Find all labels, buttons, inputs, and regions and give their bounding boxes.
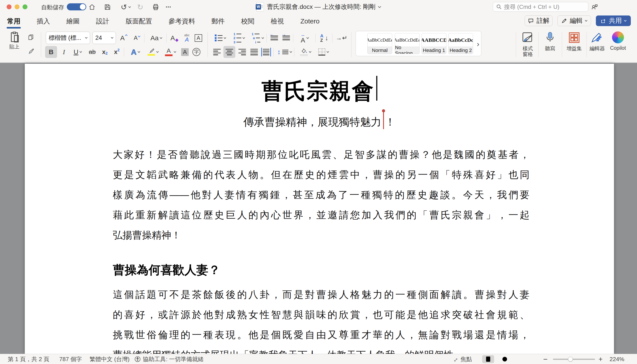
change-case-button[interactable]: Aa [147, 32, 165, 44]
print-icon[interactable] [151, 3, 160, 12]
tab-review[interactable]: 校閱 [241, 14, 255, 29]
multilevel-list-button[interactable]: 1 a i [249, 32, 266, 44]
title-chevron-icon[interactable] [378, 5, 381, 8]
copy-icon[interactable] [26, 33, 36, 42]
style-heading-2[interactable]: AaBbCcDc Heading 2 [448, 33, 473, 54]
section-heading[interactable]: 曹操為何喜歡人妻？ [113, 262, 220, 278]
superscript-button[interactable]: x2 [112, 46, 122, 58]
more-toolbar-icon[interactable]: ••• [164, 3, 173, 12]
bold-button[interactable]: B [45, 46, 57, 58]
highlight-color-button[interactable] [145, 46, 161, 58]
strikethrough-button[interactable]: ab [87, 46, 98, 58]
tab-design[interactable]: 設計 [96, 14, 110, 29]
align-left-button[interactable] [212, 46, 222, 58]
doc-title-heading[interactable]: 曹氏宗親會 [25, 76, 614, 106]
enclose-characters-button[interactable]: 字 [191, 46, 202, 58]
shading-fill-button[interactable] [297, 46, 314, 58]
style-normal[interactable]: AaBbCcDdEe Normal [368, 33, 392, 54]
style-no-spacing[interactable]: AaBbCcDdEe No Spacing [395, 33, 420, 54]
styles-pane-button[interactable]: 樣式窗格 [518, 32, 538, 57]
comments-button[interactable]: 註解 [525, 16, 552, 26]
show-formatting-marks-button[interactable]: →↵ [335, 32, 348, 44]
shrink-font-button[interactable]: A [132, 32, 142, 44]
print-layout-view-button[interactable] [482, 355, 494, 363]
copilot-icon [612, 32, 624, 43]
undo-chevron-icon[interactable] [128, 3, 132, 12]
tab-insert[interactable]: 插入 [36, 14, 50, 29]
undo-icon[interactable]: ↺ [120, 3, 128, 12]
paragraph-line: 樣廣為流傳——他對人妻情有獨鍾，甚至成為了一種獨特的歷史趣談。今天，我們要 [113, 185, 530, 205]
borders-button[interactable] [315, 46, 332, 58]
editing-mode-button[interactable]: 編輯 [558, 16, 591, 26]
zoom-slider[interactable] [553, 359, 595, 360]
sort-button[interactable]: AZ ↓ [318, 32, 330, 44]
subscript-button[interactable]: x2 [100, 46, 110, 58]
distributed-button[interactable] [260, 46, 272, 58]
font-name-select[interactable]: 標楷體 (標... [46, 32, 90, 44]
line-spacing-button[interactable]: ↕ [276, 46, 292, 58]
document-title[interactable]: 曹氏宗親會.docx — 上次修改時間: 剛剛 [267, 3, 375, 11]
doc-subtitle[interactable]: 傳承曹操精神，展現獨特魅力！ [25, 112, 614, 132]
style-heading-1[interactable]: AABBCCD Heading 1 [422, 33, 446, 54]
home-icon[interactable] [88, 3, 96, 12]
addins-button[interactable]: 增益集 [564, 32, 585, 51]
presence-people-icon[interactable] [590, 3, 599, 12]
tab-view[interactable]: 檢視 [270, 14, 284, 29]
zoom-percentage[interactable]: 224% [610, 354, 624, 364]
zoom-in-button[interactable]: + [598, 354, 603, 364]
character-shading-button[interactable]: A [180, 46, 190, 58]
align-right-button[interactable] [237, 46, 248, 58]
tab-draw[interactable]: 繪圖 [66, 14, 80, 29]
italic-button[interactable]: I [59, 46, 69, 58]
paragraph-1[interactable]: 大家好！是否曾聽說過三國時期那位叱吒風雲、足智多謀的曹操？他是魏國的奠基者， 更… [113, 144, 530, 245]
window-close-button[interactable] [7, 4, 12, 9]
document-page[interactable]: 曹氏宗親會 傳承曹操精神，展現獨特魅力！ 大家好！是否曾聽說過三國時期那位叱吒風… [25, 64, 614, 354]
window-minimize-button[interactable] [14, 4, 20, 9]
zoom-slider-thumb[interactable] [568, 357, 573, 362]
search-input[interactable] [504, 4, 584, 10]
copilot-button[interactable]: Copilot [607, 32, 629, 51]
draft-view-button[interactable] [515, 355, 527, 363]
accessibility-status[interactable]: 協助工具: 一切準備就緒 [134, 354, 204, 364]
autosave-toggle[interactable] [67, 3, 86, 10]
tab-references[interactable]: 參考資料 [168, 14, 196, 29]
web-layout-view-button[interactable] [499, 355, 511, 363]
search-box[interactable] [493, 2, 588, 12]
decrease-indent-button[interactable]: ← [269, 32, 280, 44]
tab-layout[interactable]: 版面配置 [125, 14, 152, 29]
character-border-button[interactable]: A [193, 32, 204, 44]
page-indicator[interactable]: 第 1 頁，共 2 頁 [8, 354, 49, 364]
format-painter-icon[interactable] [26, 47, 36, 56]
share-button[interactable]: 共用 [596, 16, 631, 26]
bullets-button[interactable] [212, 32, 229, 44]
language-indicator[interactable]: 繁體中文 (台灣) [90, 354, 130, 364]
phonetic-guide-button[interactable]: abc A [181, 32, 192, 44]
font-color-button[interactable]: A [162, 46, 178, 58]
window-zoom-button[interactable] [22, 4, 28, 9]
tab-mailings[interactable]: 郵件 [211, 14, 225, 29]
dictate-button[interactable]: 聽寫 [540, 32, 560, 51]
numbering-button[interactable]: 1 2 3 [230, 32, 247, 44]
zoom-out-button[interactable]: − [543, 354, 548, 364]
increase-indent-button[interactable]: → [281, 32, 292, 44]
underline-button[interactable]: U [70, 46, 85, 58]
word-count[interactable]: 787 個字 [59, 354, 82, 364]
paragraph-2[interactable]: 這個話題可不是茶餘飯後的八卦，而是對曹操人格魅力的一種側面解讀。曹操對人妻 的喜… [113, 284, 530, 354]
paste-button[interactable]: 貼上 [5, 31, 24, 50]
tab-home[interactable]: 常用 [7, 14, 21, 29]
tab-zotero[interactable]: Zotero [300, 14, 320, 28]
save-icon[interactable] [103, 3, 112, 12]
text-effects-button[interactable]: A [128, 46, 143, 58]
focus-mode-button[interactable]: ↔ 焦點 [452, 354, 472, 364]
justify-button[interactable] [248, 46, 260, 58]
styles-gallery-more-icon[interactable]: › [477, 40, 479, 48]
clear-formatting-button[interactable]: A◆ [169, 32, 180, 44]
asian-layout-button[interactable]: ↔ A [296, 32, 313, 44]
grow-font-button[interactable]: A [118, 32, 129, 44]
align-center-button[interactable] [224, 46, 235, 58]
font-size-select[interactable]: 24 [92, 32, 116, 44]
redo-icon[interactable]: ↻ [136, 3, 145, 12]
editor-button[interactable]: 編輯器 [588, 32, 607, 51]
paragraph-line: 大家好！是否曾聽說過三國時期那位叱吒風雲、足智多謀的曹操？他是魏國的奠基者， [113, 144, 530, 164]
document-canvas[interactable]: 曹氏宗親會 傳承曹操精神，展現獨特魅力！ 大家好！是否曾聽說過三國時期那位叱吒風… [0, 63, 637, 354]
